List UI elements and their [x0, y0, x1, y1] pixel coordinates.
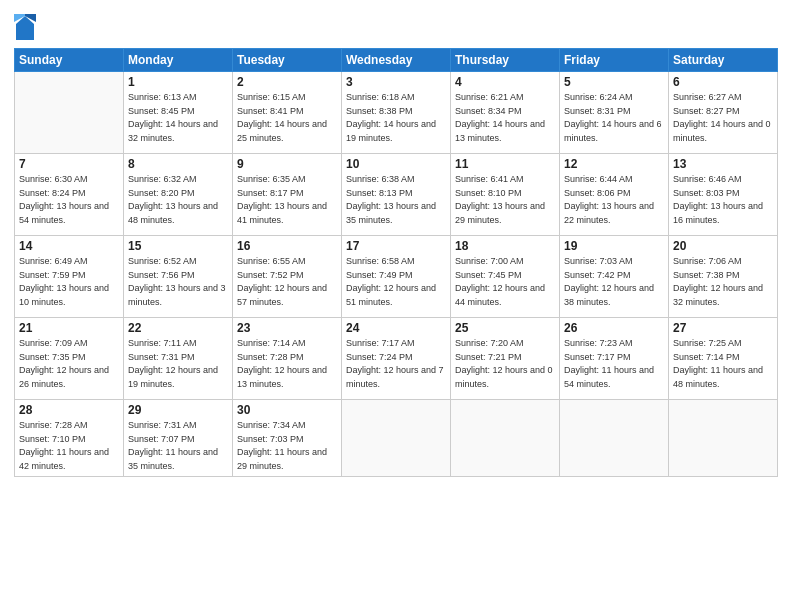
calendar-cell: [15, 72, 124, 154]
calendar-cell: 25Sunrise: 7:20 AMSunset: 7:21 PMDayligh…: [451, 318, 560, 400]
day-number: 19: [564, 239, 664, 253]
day-number: 20: [673, 239, 773, 253]
day-info: Sunrise: 6:46 AMSunset: 8:03 PMDaylight:…: [673, 173, 773, 227]
calendar-cell: 22Sunrise: 7:11 AMSunset: 7:31 PMDayligh…: [124, 318, 233, 400]
day-number: 29: [128, 403, 228, 417]
calendar-cell: 18Sunrise: 7:00 AMSunset: 7:45 PMDayligh…: [451, 236, 560, 318]
header: [14, 10, 778, 42]
day-info: Sunrise: 6:32 AMSunset: 8:20 PMDaylight:…: [128, 173, 228, 227]
day-info: Sunrise: 7:11 AMSunset: 7:31 PMDaylight:…: [128, 337, 228, 391]
day-number: 6: [673, 75, 773, 89]
calendar-cell: 11Sunrise: 6:41 AMSunset: 8:10 PMDayligh…: [451, 154, 560, 236]
day-info: Sunrise: 7:34 AMSunset: 7:03 PMDaylight:…: [237, 419, 337, 473]
weekday-header-sunday: Sunday: [15, 49, 124, 72]
day-number: 17: [346, 239, 446, 253]
weekday-header-wednesday: Wednesday: [342, 49, 451, 72]
calendar-cell: 5Sunrise: 6:24 AMSunset: 8:31 PMDaylight…: [560, 72, 669, 154]
calendar-cell: 8Sunrise: 6:32 AMSunset: 8:20 PMDaylight…: [124, 154, 233, 236]
day-number: 12: [564, 157, 664, 171]
calendar-cell: 21Sunrise: 7:09 AMSunset: 7:35 PMDayligh…: [15, 318, 124, 400]
day-info: Sunrise: 7:06 AMSunset: 7:38 PMDaylight:…: [673, 255, 773, 309]
day-info: Sunrise: 7:03 AMSunset: 7:42 PMDaylight:…: [564, 255, 664, 309]
day-info: Sunrise: 7:20 AMSunset: 7:21 PMDaylight:…: [455, 337, 555, 391]
calendar-cell: [560, 400, 669, 477]
day-number: 27: [673, 321, 773, 335]
day-info: Sunrise: 6:24 AMSunset: 8:31 PMDaylight:…: [564, 91, 664, 145]
day-number: 9: [237, 157, 337, 171]
calendar-cell: 6Sunrise: 6:27 AMSunset: 8:27 PMDaylight…: [669, 72, 778, 154]
calendar-cell: 12Sunrise: 6:44 AMSunset: 8:06 PMDayligh…: [560, 154, 669, 236]
week-row-5: 28Sunrise: 7:28 AMSunset: 7:10 PMDayligh…: [15, 400, 778, 477]
day-info: Sunrise: 6:27 AMSunset: 8:27 PMDaylight:…: [673, 91, 773, 145]
calendar-cell: 24Sunrise: 7:17 AMSunset: 7:24 PMDayligh…: [342, 318, 451, 400]
day-number: 24: [346, 321, 446, 335]
page: SundayMondayTuesdayWednesdayThursdayFrid…: [0, 0, 792, 612]
day-info: Sunrise: 6:30 AMSunset: 8:24 PMDaylight:…: [19, 173, 119, 227]
calendar-cell: 15Sunrise: 6:52 AMSunset: 7:56 PMDayligh…: [124, 236, 233, 318]
day-number: 3: [346, 75, 446, 89]
day-number: 13: [673, 157, 773, 171]
week-row-1: 1Sunrise: 6:13 AMSunset: 8:45 PMDaylight…: [15, 72, 778, 154]
day-number: 10: [346, 157, 446, 171]
week-row-2: 7Sunrise: 6:30 AMSunset: 8:24 PMDaylight…: [15, 154, 778, 236]
day-number: 25: [455, 321, 555, 335]
calendar-cell: [451, 400, 560, 477]
weekday-header-thursday: Thursday: [451, 49, 560, 72]
day-info: Sunrise: 7:28 AMSunset: 7:10 PMDaylight:…: [19, 419, 119, 473]
day-info: Sunrise: 6:21 AMSunset: 8:34 PMDaylight:…: [455, 91, 555, 145]
calendar-cell: 2Sunrise: 6:15 AMSunset: 8:41 PMDaylight…: [233, 72, 342, 154]
day-number: 11: [455, 157, 555, 171]
day-number: 15: [128, 239, 228, 253]
day-number: 5: [564, 75, 664, 89]
day-number: 2: [237, 75, 337, 89]
calendar-table: SundayMondayTuesdayWednesdayThursdayFrid…: [14, 48, 778, 477]
weekday-header-tuesday: Tuesday: [233, 49, 342, 72]
week-row-4: 21Sunrise: 7:09 AMSunset: 7:35 PMDayligh…: [15, 318, 778, 400]
weekday-header-friday: Friday: [560, 49, 669, 72]
calendar-cell: 14Sunrise: 6:49 AMSunset: 7:59 PMDayligh…: [15, 236, 124, 318]
logo-icon: [14, 14, 36, 42]
weekday-header-saturday: Saturday: [669, 49, 778, 72]
day-number: 26: [564, 321, 664, 335]
day-info: Sunrise: 6:49 AMSunset: 7:59 PMDaylight:…: [19, 255, 119, 309]
calendar-cell: 9Sunrise: 6:35 AMSunset: 8:17 PMDaylight…: [233, 154, 342, 236]
calendar-cell: 16Sunrise: 6:55 AMSunset: 7:52 PMDayligh…: [233, 236, 342, 318]
weekday-header-row: SundayMondayTuesdayWednesdayThursdayFrid…: [15, 49, 778, 72]
day-info: Sunrise: 7:25 AMSunset: 7:14 PMDaylight:…: [673, 337, 773, 391]
day-number: 1: [128, 75, 228, 89]
day-info: Sunrise: 6:58 AMSunset: 7:49 PMDaylight:…: [346, 255, 446, 309]
calendar-cell: 1Sunrise: 6:13 AMSunset: 8:45 PMDaylight…: [124, 72, 233, 154]
calendar-cell: 28Sunrise: 7:28 AMSunset: 7:10 PMDayligh…: [15, 400, 124, 477]
day-info: Sunrise: 7:23 AMSunset: 7:17 PMDaylight:…: [564, 337, 664, 391]
day-info: Sunrise: 6:13 AMSunset: 8:45 PMDaylight:…: [128, 91, 228, 145]
calendar-cell: 10Sunrise: 6:38 AMSunset: 8:13 PMDayligh…: [342, 154, 451, 236]
week-row-3: 14Sunrise: 6:49 AMSunset: 7:59 PMDayligh…: [15, 236, 778, 318]
day-info: Sunrise: 6:38 AMSunset: 8:13 PMDaylight:…: [346, 173, 446, 227]
day-info: Sunrise: 6:15 AMSunset: 8:41 PMDaylight:…: [237, 91, 337, 145]
day-number: 30: [237, 403, 337, 417]
calendar-cell: [342, 400, 451, 477]
logo: [14, 14, 40, 42]
calendar-cell: 3Sunrise: 6:18 AMSunset: 8:38 PMDaylight…: [342, 72, 451, 154]
day-info: Sunrise: 7:00 AMSunset: 7:45 PMDaylight:…: [455, 255, 555, 309]
day-number: 4: [455, 75, 555, 89]
day-number: 14: [19, 239, 119, 253]
calendar-cell: 20Sunrise: 7:06 AMSunset: 7:38 PMDayligh…: [669, 236, 778, 318]
day-number: 18: [455, 239, 555, 253]
calendar-cell: 26Sunrise: 7:23 AMSunset: 7:17 PMDayligh…: [560, 318, 669, 400]
day-number: 16: [237, 239, 337, 253]
day-info: Sunrise: 6:35 AMSunset: 8:17 PMDaylight:…: [237, 173, 337, 227]
day-number: 8: [128, 157, 228, 171]
calendar-cell: 13Sunrise: 6:46 AMSunset: 8:03 PMDayligh…: [669, 154, 778, 236]
day-info: Sunrise: 7:17 AMSunset: 7:24 PMDaylight:…: [346, 337, 446, 391]
calendar-cell: 23Sunrise: 7:14 AMSunset: 7:28 PMDayligh…: [233, 318, 342, 400]
day-info: Sunrise: 6:41 AMSunset: 8:10 PMDaylight:…: [455, 173, 555, 227]
day-info: Sunrise: 7:09 AMSunset: 7:35 PMDaylight:…: [19, 337, 119, 391]
weekday-header-monday: Monday: [124, 49, 233, 72]
day-number: 7: [19, 157, 119, 171]
calendar-cell: 19Sunrise: 7:03 AMSunset: 7:42 PMDayligh…: [560, 236, 669, 318]
calendar-cell: [669, 400, 778, 477]
day-number: 23: [237, 321, 337, 335]
calendar-cell: 30Sunrise: 7:34 AMSunset: 7:03 PMDayligh…: [233, 400, 342, 477]
calendar-cell: 7Sunrise: 6:30 AMSunset: 8:24 PMDaylight…: [15, 154, 124, 236]
